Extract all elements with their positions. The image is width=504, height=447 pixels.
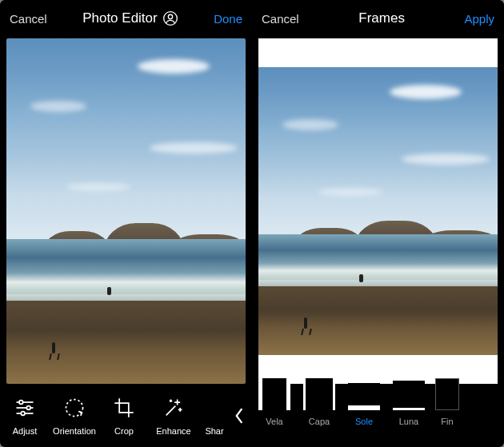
frames-topbar: Cancel Frames Apply [252,0,504,37]
sharpen-icon [207,396,222,420]
frame-label: Capa [309,417,330,426]
frame-label: Luna [399,417,418,426]
frame-thumb [435,378,459,410]
photo [258,67,498,355]
frame-label: Fin [441,417,453,426]
tool-label: Enhance [156,426,190,436]
editor-pane: Cancel Photo Editor Done [0,0,252,447]
frame-label: Sole [355,417,373,426]
frame-option-fine[interactable]: Fin [431,378,463,426]
frame-option-capa[interactable]: Capa [297,378,342,426]
frames-preview[interactable] [258,38,498,384]
tool-label: Orientation [53,426,96,436]
toolbar-scroll-indicator[interactable] [230,384,248,447]
svg-point-7 [21,411,25,415]
tool-adjust[interactable]: Adjust [0,396,50,436]
frame-thumb [348,378,380,410]
editor-title-text: Photo Editor [82,10,158,26]
frame-thumb [393,378,425,410]
tool-crop[interactable]: Crop [99,396,149,436]
frames-strip: Vela Capa Sole [252,375,504,447]
done-button[interactable]: Done [214,12,242,26]
tool-label: Crop [114,426,134,436]
frame-sole-preview [258,38,498,384]
frame-option-sole[interactable]: Sole [342,378,386,426]
editor-preview[interactable] [6,38,246,384]
enhance-icon [162,396,186,420]
app-screenshot: Cancel Photo Editor Done [0,0,504,447]
orientation-icon [62,396,86,420]
editor-toolbar: Adjust Orientation Crop Enhance [0,384,252,447]
frame-label: Vela [266,417,282,426]
frame-option-vela[interactable]: Vela [252,378,297,426]
frames-title: Frames [358,10,405,26]
photo [6,38,246,384]
profile-icon [162,10,178,26]
svg-point-6 [26,405,30,409]
svg-point-5 [19,400,23,404]
tool-enhance[interactable]: Enhance [149,396,198,436]
svg-point-1 [168,14,172,18]
tool-sharpen[interactable]: Shar [198,396,230,436]
frame-thumb [258,378,290,410]
editor-topbar: Cancel Photo Editor Done [0,0,252,37]
frames-pane: Cancel Frames Apply [252,0,504,447]
cancel-button[interactable]: Cancel [10,12,47,26]
crop-icon [112,396,136,420]
frame-option-luna[interactable]: Luna [386,378,431,426]
tool-orientation[interactable]: Orientation [50,396,99,436]
apply-button[interactable]: Apply [464,12,494,26]
cancel-button[interactable]: Cancel [262,12,299,26]
adjust-icon [13,396,37,420]
frame-thumb [303,378,335,410]
svg-point-8 [66,399,83,416]
tool-label: Shar [205,426,223,436]
tool-label: Adjust [13,426,38,436]
editor-title: Photo Editor [82,10,178,26]
